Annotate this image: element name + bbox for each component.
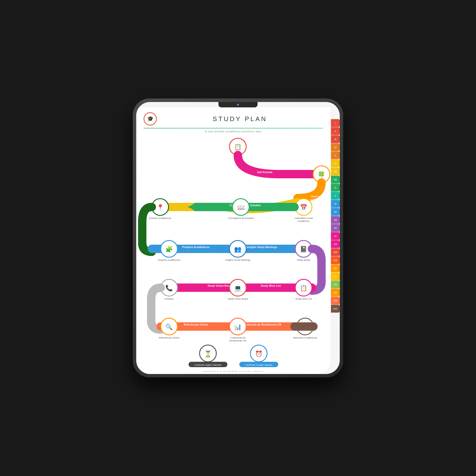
svg-text:Study Wish List: Study Wish List [261,284,281,287]
svg-text:Insigths Study Meetings: Insigths Study Meetings [246,246,277,249]
tab-V[interactable]: V [331,152,340,159]
tab-XVII[interactable]: XVII [331,248,340,256]
svg-text:Study Vision Board: Study Vision Board [228,297,248,300]
svg-text:📋: 📋 [234,143,242,151]
svg-text:Coeficiente de Rendimento CR: Coeficiente de Rendimento CR [242,323,282,326]
page-title: STUDY PLAN [157,115,323,123]
svg-text:📞: 📞 [165,285,173,292]
svg-text:⏳: ⏳ [204,350,212,357]
tab-XX[interactable]: XX [331,272,340,280]
svg-text:📋: 📋 [300,285,307,292]
svg-text:Referências Online: Referências Online [159,336,179,339]
svg-text:Lembrete Apple Calendar: Lembrete Apple Calendar [194,363,221,366]
ipad-device: 🎓 STUDY PLAN A sua jornada acadêmica aco… [133,99,343,377]
svg-text:📓: 📓 [300,246,307,253]
subtitle: A sua jornada acadêmica acontece aqui [136,130,330,133]
svg-text:Acadêmico: Acadêmico [298,220,310,222]
side-tabs-container: IIIIIIIVVVIVIIVIIIIXXXIXIIXIIIXIVXVXVIXV… [331,119,340,313]
svg-text:Contatos: Contatos [164,297,174,300]
tab-XXI[interactable]: XXI [331,281,340,289]
tab-XIV[interactable]: XIV [331,224,340,232]
svg-text:📊: 📊 [234,323,242,331]
logo[interactable]: 🎓 [144,112,157,125]
svg-text:Memórias Acadêmicas: Memórias Acadêmicas [293,336,317,339]
tab-IX[interactable]: IX [331,184,340,191]
header-divider [144,128,323,128]
speaker [241,104,243,106]
svg-text:& Prioridades: & Prioridades [310,198,326,201]
tab-XIX[interactable]: XIX [331,264,340,272]
svg-text:Projetos Acadêmicos: Projetos Acadêmicos [158,258,180,261]
svg-text:🔍: 🔍 [165,323,173,331]
svg-text:📖: 📖 [237,204,245,211]
svg-text:👥: 👥 [234,246,242,253]
roadmap-svg: 📋 Self Portrait 🍀 Mapa Valores & Priorid… [136,135,330,369]
tab-II[interactable]: II [331,127,340,135]
page-header: 🎓 STUDY PLAN [136,107,330,128]
tab-XV[interactable]: XV [331,232,340,240]
svg-text:💻: 💻 [234,285,242,292]
camera-lens [237,104,239,106]
tab-XVI[interactable]: XVI [331,240,340,248]
page-content: 🎓 STUDY PLAN A sua jornada acadêmica aco… [136,107,330,374]
svg-text:Projetos Acadêmicos: Projetos Acadêmicos [183,246,210,249]
tab-XI[interactable]: XI [331,200,340,208]
tab-I[interactable]: I [331,119,340,127]
svg-text:⏰: ⏰ [255,350,263,357]
tab-XXIV[interactable]: XXIV [331,305,340,313]
svg-text:Referências Online: Referências Online [184,323,208,326]
camera-indicator [233,104,235,106]
svg-text:Lembrete Google Agenda: Lembrete Google Agenda [245,363,272,366]
tab-IV[interactable]: IV [331,143,340,151]
device-notch [219,102,257,107]
tab-XII[interactable]: XII [331,208,340,216]
roadmap: 📋 Self Portrait 🍀 Mapa Valores & Priorid… [136,135,330,369]
tab-XXIII[interactable]: XXIII [331,297,340,305]
footer-brand: CADERNOS & PLANNER DIGITAL BRASIL [136,369,330,374]
svg-text:Insigths Study Meetings: Insigths Study Meetings [225,258,251,261]
device-screen: 🎓 STUDY PLAN A sua jornada acadêmica aco… [136,102,340,374]
svg-text:Eventos Acadêmicos: Eventos Acadêmicos [149,217,171,220]
svg-text:Study Books: Study Books [297,258,310,261]
svg-text:Coeficiente de: Coeficiente de [230,336,245,339]
svg-text:📅: 📅 [300,204,307,211]
tab-XVIII[interactable]: XVIII [331,256,340,264]
tab-VII[interactable]: VII [331,168,340,175]
tab-III[interactable]: III [331,135,340,143]
tab-XIII[interactable]: XIII [331,216,340,224]
svg-text:Self Portrait: Self Portrait [257,171,272,174]
svg-text:🧩: 🧩 [165,246,173,253]
tab-X[interactable]: X [331,192,340,200]
svg-text:Study Vision Board: Study Vision Board [207,284,232,287]
svg-text:Calendário Anual: Calendário Anual [294,217,313,220]
svg-text:Mapa Valores: Mapa Valores [311,195,326,198]
tab-XXII[interactable]: XXII [331,289,340,296]
svg-text:Study Wish List: Study Wish List [295,297,312,300]
svg-text:Cronograma de Estudos: Cronograma de Estudos [228,217,254,220]
svg-text:🍀: 🍀 [318,171,325,178]
tab-VI[interactable]: VI [331,159,340,167]
svg-text:📍: 📍 [156,204,164,211]
tab-VIII[interactable]: VIII [331,176,340,184]
svg-text:Rendimento CR: Rendimento CR [229,339,246,342]
